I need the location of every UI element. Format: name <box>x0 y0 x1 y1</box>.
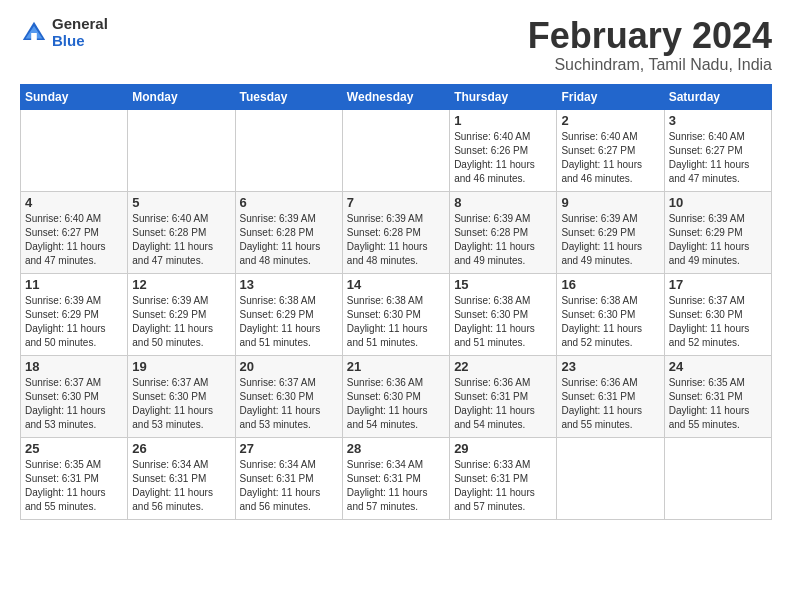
day-number: 26 <box>132 441 230 456</box>
day-info: Sunrise: 6:36 AM Sunset: 6:31 PM Dayligh… <box>454 376 552 432</box>
day-info: Sunrise: 6:34 AM Sunset: 6:31 PM Dayligh… <box>347 458 445 514</box>
day-number: 27 <box>240 441 338 456</box>
page: General Blue February 2024 Suchindram, T… <box>0 0 792 530</box>
logo-text: General Blue <box>52 16 108 49</box>
day-info: Sunrise: 6:36 AM Sunset: 6:31 PM Dayligh… <box>561 376 659 432</box>
col-sunday: Sunday <box>21 84 128 109</box>
calendar-week-3: 18Sunrise: 6:37 AM Sunset: 6:30 PM Dayli… <box>21 355 772 437</box>
col-saturday: Saturday <box>664 84 771 109</box>
day-number: 1 <box>454 113 552 128</box>
day-number: 6 <box>240 195 338 210</box>
header: General Blue February 2024 Suchindram, T… <box>20 16 772 74</box>
table-row: 8Sunrise: 6:39 AM Sunset: 6:28 PM Daylig… <box>450 191 557 273</box>
table-row: 4Sunrise: 6:40 AM Sunset: 6:27 PM Daylig… <box>21 191 128 273</box>
day-info: Sunrise: 6:35 AM Sunset: 6:31 PM Dayligh… <box>669 376 767 432</box>
day-number: 5 <box>132 195 230 210</box>
day-info: Sunrise: 6:39 AM Sunset: 6:29 PM Dayligh… <box>25 294 123 350</box>
day-info: Sunrise: 6:39 AM Sunset: 6:29 PM Dayligh… <box>561 212 659 268</box>
calendar-week-1: 4Sunrise: 6:40 AM Sunset: 6:27 PM Daylig… <box>21 191 772 273</box>
day-info: Sunrise: 6:39 AM Sunset: 6:28 PM Dayligh… <box>347 212 445 268</box>
day-info: Sunrise: 6:37 AM Sunset: 6:30 PM Dayligh… <box>132 376 230 432</box>
day-number: 28 <box>347 441 445 456</box>
day-number: 2 <box>561 113 659 128</box>
day-number: 23 <box>561 359 659 374</box>
table-row: 9Sunrise: 6:39 AM Sunset: 6:29 PM Daylig… <box>557 191 664 273</box>
day-info: Sunrise: 6:40 AM Sunset: 6:27 PM Dayligh… <box>669 130 767 186</box>
table-row <box>342 109 449 191</box>
table-row: 10Sunrise: 6:39 AM Sunset: 6:29 PM Dayli… <box>664 191 771 273</box>
day-info: Sunrise: 6:38 AM Sunset: 6:30 PM Dayligh… <box>347 294 445 350</box>
col-tuesday: Tuesday <box>235 84 342 109</box>
table-row <box>557 437 664 519</box>
day-info: Sunrise: 6:40 AM Sunset: 6:28 PM Dayligh… <box>132 212 230 268</box>
table-row: 22Sunrise: 6:36 AM Sunset: 6:31 PM Dayli… <box>450 355 557 437</box>
table-row: 3Sunrise: 6:40 AM Sunset: 6:27 PM Daylig… <box>664 109 771 191</box>
day-number: 21 <box>347 359 445 374</box>
month-title: February 2024 <box>528 16 772 56</box>
day-info: Sunrise: 6:37 AM Sunset: 6:30 PM Dayligh… <box>669 294 767 350</box>
day-number: 19 <box>132 359 230 374</box>
calendar-week-4: 25Sunrise: 6:35 AM Sunset: 6:31 PM Dayli… <box>21 437 772 519</box>
day-number: 29 <box>454 441 552 456</box>
day-info: Sunrise: 6:39 AM Sunset: 6:28 PM Dayligh… <box>240 212 338 268</box>
day-number: 12 <box>132 277 230 292</box>
header-row: Sunday Monday Tuesday Wednesday Thursday… <box>21 84 772 109</box>
svg-rect-2 <box>31 33 37 40</box>
logo-blue-text: Blue <box>52 33 108 50</box>
col-wednesday: Wednesday <box>342 84 449 109</box>
title-block: February 2024 Suchindram, Tamil Nadu, In… <box>528 16 772 74</box>
day-info: Sunrise: 6:37 AM Sunset: 6:30 PM Dayligh… <box>25 376 123 432</box>
col-monday: Monday <box>128 84 235 109</box>
location-subtitle: Suchindram, Tamil Nadu, India <box>528 56 772 74</box>
table-row: 27Sunrise: 6:34 AM Sunset: 6:31 PM Dayli… <box>235 437 342 519</box>
day-info: Sunrise: 6:40 AM Sunset: 6:27 PM Dayligh… <box>561 130 659 186</box>
logo: General Blue <box>20 16 108 49</box>
day-info: Sunrise: 6:38 AM Sunset: 6:30 PM Dayligh… <box>454 294 552 350</box>
table-row: 29Sunrise: 6:33 AM Sunset: 6:31 PM Dayli… <box>450 437 557 519</box>
table-row: 20Sunrise: 6:37 AM Sunset: 6:30 PM Dayli… <box>235 355 342 437</box>
table-row: 2Sunrise: 6:40 AM Sunset: 6:27 PM Daylig… <box>557 109 664 191</box>
calendar-week-2: 11Sunrise: 6:39 AM Sunset: 6:29 PM Dayli… <box>21 273 772 355</box>
table-row: 5Sunrise: 6:40 AM Sunset: 6:28 PM Daylig… <box>128 191 235 273</box>
table-row: 16Sunrise: 6:38 AM Sunset: 6:30 PM Dayli… <box>557 273 664 355</box>
table-row <box>21 109 128 191</box>
table-row: 26Sunrise: 6:34 AM Sunset: 6:31 PM Dayli… <box>128 437 235 519</box>
day-number: 15 <box>454 277 552 292</box>
day-number: 13 <box>240 277 338 292</box>
col-thursday: Thursday <box>450 84 557 109</box>
day-number: 20 <box>240 359 338 374</box>
day-number: 24 <box>669 359 767 374</box>
table-row: 1Sunrise: 6:40 AM Sunset: 6:26 PM Daylig… <box>450 109 557 191</box>
day-info: Sunrise: 6:39 AM Sunset: 6:28 PM Dayligh… <box>454 212 552 268</box>
day-info: Sunrise: 6:38 AM Sunset: 6:29 PM Dayligh… <box>240 294 338 350</box>
day-number: 7 <box>347 195 445 210</box>
table-row: 25Sunrise: 6:35 AM Sunset: 6:31 PM Dayli… <box>21 437 128 519</box>
table-row: 21Sunrise: 6:36 AM Sunset: 6:30 PM Dayli… <box>342 355 449 437</box>
day-info: Sunrise: 6:37 AM Sunset: 6:30 PM Dayligh… <box>240 376 338 432</box>
day-number: 16 <box>561 277 659 292</box>
table-row: 23Sunrise: 6:36 AM Sunset: 6:31 PM Dayli… <box>557 355 664 437</box>
table-row: 28Sunrise: 6:34 AM Sunset: 6:31 PM Dayli… <box>342 437 449 519</box>
day-info: Sunrise: 6:39 AM Sunset: 6:29 PM Dayligh… <box>132 294 230 350</box>
day-info: Sunrise: 6:34 AM Sunset: 6:31 PM Dayligh… <box>240 458 338 514</box>
day-info: Sunrise: 6:38 AM Sunset: 6:30 PM Dayligh… <box>561 294 659 350</box>
day-info: Sunrise: 6:40 AM Sunset: 6:27 PM Dayligh… <box>25 212 123 268</box>
table-row: 12Sunrise: 6:39 AM Sunset: 6:29 PM Dayli… <box>128 273 235 355</box>
table-row: 13Sunrise: 6:38 AM Sunset: 6:29 PM Dayli… <box>235 273 342 355</box>
day-number: 8 <box>454 195 552 210</box>
day-number: 17 <box>669 277 767 292</box>
day-info: Sunrise: 6:35 AM Sunset: 6:31 PM Dayligh… <box>25 458 123 514</box>
table-row <box>128 109 235 191</box>
table-row: 24Sunrise: 6:35 AM Sunset: 6:31 PM Dayli… <box>664 355 771 437</box>
table-row <box>235 109 342 191</box>
table-row: 17Sunrise: 6:37 AM Sunset: 6:30 PM Dayli… <box>664 273 771 355</box>
table-row: 15Sunrise: 6:38 AM Sunset: 6:30 PM Dayli… <box>450 273 557 355</box>
day-number: 25 <box>25 441 123 456</box>
day-number: 3 <box>669 113 767 128</box>
day-info: Sunrise: 6:36 AM Sunset: 6:30 PM Dayligh… <box>347 376 445 432</box>
calendar-table: Sunday Monday Tuesday Wednesday Thursday… <box>20 84 772 520</box>
table-row: 6Sunrise: 6:39 AM Sunset: 6:28 PM Daylig… <box>235 191 342 273</box>
day-number: 22 <box>454 359 552 374</box>
day-number: 11 <box>25 277 123 292</box>
day-info: Sunrise: 6:39 AM Sunset: 6:29 PM Dayligh… <box>669 212 767 268</box>
